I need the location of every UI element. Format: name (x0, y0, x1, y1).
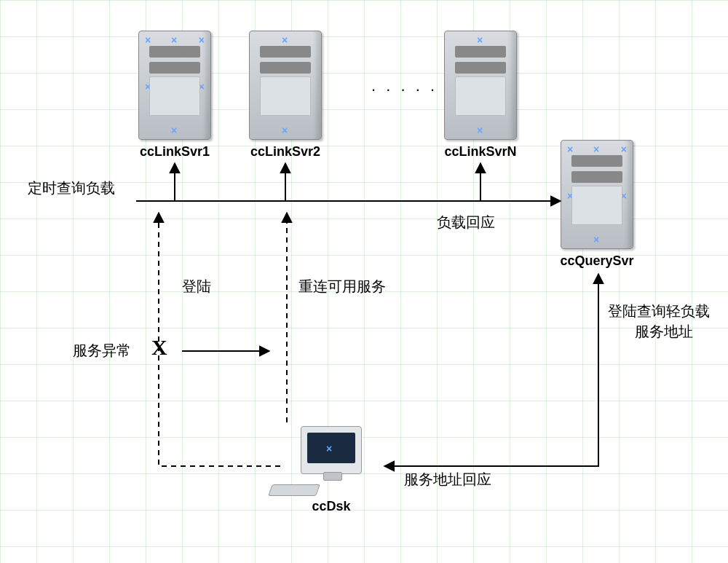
label-poll-load: 定时查询负载 (28, 178, 115, 198)
server-label: ccLinkSvrN (437, 144, 524, 160)
server-ccquerysvr: × × × × × × × × ccQuerySvr (553, 140, 641, 269)
label-load-reply: 负载回应 (437, 213, 495, 232)
server-label: ccQuerySvr (553, 253, 641, 269)
server-label: ccLinkSvr1 (131, 144, 218, 160)
query-addr-line (384, 274, 598, 466)
label-service-fail: 服务异常 (73, 341, 131, 361)
fail-x-icon: X (151, 335, 167, 360)
server-label: ccLinkSvr2 (242, 144, 329, 160)
server-cclinksvr2: × × × × ccLinkSvr2 (242, 31, 329, 160)
poll-load-line (136, 163, 561, 201)
server-body: × × × × × × × × (138, 31, 211, 140)
monitor-icon: × (301, 426, 362, 474)
server-cclinksvr1: × × × × × × × × ccLinkSvr1 (131, 31, 218, 160)
label-addr-reply: 服务地址回应 (404, 470, 491, 489)
label-query-light1: 登陆查询轻负载 (608, 302, 710, 321)
server-body: × × × × (444, 31, 517, 140)
login-line (159, 213, 280, 466)
label-query-light2: 服务地址 (635, 322, 693, 342)
label-reconnect: 重连可用服务 (298, 277, 386, 296)
client-label: ccDsk (280, 499, 382, 514)
server-body: × × × × × × × × (561, 140, 633, 249)
client-ccdsk: × ccDsk (280, 426, 382, 514)
label-login: 登陆 (182, 277, 211, 296)
server-cclinksvrn: × × × × ccLinkSvrN (437, 31, 524, 160)
keyboard-icon (268, 484, 320, 496)
server-body: × × × × (249, 31, 322, 140)
